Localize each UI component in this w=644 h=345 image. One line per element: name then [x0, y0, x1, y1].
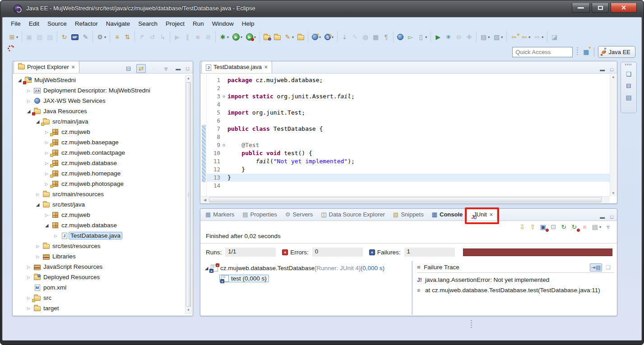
pause-icon[interactable]: ∥ — [183, 33, 192, 41]
new-wizard-icon[interactable]: ⊞▾ — [8, 33, 19, 41]
status-area-grip[interactable] — [471, 320, 472, 329]
failure-trace-line[interactable]: ≡at cz.mujweb.database.TestDatabase.test… — [417, 285, 614, 295]
expand-arrow-icon[interactable]: ▷ — [33, 192, 42, 197]
close-editor-icon[interactable]: × — [264, 64, 268, 70]
expand-arrow-icon[interactable]: ▷ — [24, 306, 33, 311]
expand-arrow-icon[interactable]: ▷ — [51, 234, 60, 238]
menu-project[interactable]: Project — [162, 18, 189, 29]
tree-item-javascript-resources[interactable]: ▷JavaScript Resources — [14, 262, 185, 272]
close-view-icon[interactable]: × — [71, 64, 74, 70]
menu-refactor[interactable]: Refactor — [71, 18, 102, 29]
save-all-icon[interactable]: ▥ — [35, 33, 44, 41]
debug-icon[interactable]: ✱▾ — [218, 33, 230, 41]
menu-edit[interactable]: Edit — [25, 18, 43, 29]
maven-build-icon[interactable]: MP — [70, 33, 79, 41]
expand-arrow-icon[interactable]: ▷ — [24, 275, 33, 280]
editor-horizontal-scrollbar[interactable]: ◀ — [201, 196, 610, 203]
close-window-button[interactable]: ✕ — [611, 3, 637, 13]
synchronize-icon[interactable]: ⇅ — [123, 33, 132, 41]
tab-data-source-explorer[interactable]: ◫Data Source Explorer — [317, 208, 389, 221]
pin-editor-icon[interactable]: ◪ — [550, 33, 559, 41]
rerun-failed-first-icon[interactable]: ↻ — [570, 223, 579, 231]
scroll-up-icon[interactable]: ▲ — [185, 75, 191, 82]
minimize-window-button[interactable] — [572, 3, 590, 13]
expand-arrow-icon[interactable]: ▷ — [42, 213, 51, 217]
expand-arrow-icon[interactable]: ▷ — [24, 88, 33, 93]
menu-window[interactable]: Window — [208, 18, 238, 29]
code-editor[interactable]: 1package cz.mujweb.database;23⊖import st… — [201, 74, 610, 196]
fold-collapse-icon[interactable]: ⊖ — [220, 92, 227, 101]
tab-console[interactable]: ▥Console — [428, 208, 467, 221]
scroll-down-icon[interactable]: ▼ — [610, 191, 616, 195]
minimize-view-icon[interactable]: ▬ — [175, 65, 181, 72]
next-failure-icon[interactable]: ⇩ — [518, 223, 527, 231]
tree-item-cz-mujweb-database[interactable]: ▷cz.mujweb.database — [14, 158, 185, 168]
minimize-view-icon[interactable]: ▬ — [599, 213, 606, 221]
open-task-icon[interactable]: ≡ — [113, 33, 121, 41]
menu-source[interactable]: Source — [43, 18, 71, 29]
print-icon[interactable]: ▤ — [46, 33, 54, 41]
tree-item-cz-mujweb[interactable]: ▷cz.mujweb — [14, 210, 185, 220]
toggle-annotations-icon[interactable]: ✎ — [81, 33, 90, 41]
tree-item-cz-mujweb-database[interactable]: ◢cz.mujweb.database — [14, 220, 185, 230]
tree-item-jax-ws-web-services[interactable]: ▷JAX-WS Web Services — [14, 96, 185, 106]
fold-collapse-icon[interactable]: ⊖ — [220, 141, 227, 149]
redo-nav-icon[interactable]: ↳ — [158, 33, 167, 41]
expand-arrow-icon[interactable]: ▷ — [24, 99, 33, 103]
tab-servers[interactable]: ⚙Servers — [281, 208, 317, 221]
outline-view-icon[interactable]: ⊟ — [626, 82, 631, 89]
forward-history-icon[interactable]: ⇨▾ — [533, 33, 544, 41]
start-server-icon[interactable]: ▶ — [434, 33, 442, 41]
collapse-arrow-icon[interactable]: ◢ — [42, 223, 51, 228]
scroll-lock-icon[interactable]: ⊡ — [549, 223, 558, 231]
resume-icon[interactable]: ▶ — [173, 33, 181, 41]
junit-test-row[interactable]: × test (0,000 s) — [202, 273, 410, 284]
pilcrow-icon[interactable]: ¶ — [382, 33, 390, 41]
tree-item-cz-mujweb-homepage[interactable]: ▷cz.mujweb.homepage — [14, 168, 185, 179]
tab-properties[interactable]: ▤Properties — [238, 208, 281, 221]
suspend-icon[interactable]: ⊖ — [454, 33, 463, 41]
web-browser-icon[interactable] — [396, 33, 404, 41]
perspective-java-ee-button[interactable]: Java EE — [598, 46, 635, 58]
open-folder-icon[interactable] — [273, 33, 282, 41]
tree-item-cz-mujweb-contactpage[interactable]: ▷cz.mujweb.contactpage — [14, 147, 185, 158]
tree-item-src-main-resources[interactable]: ▷src/main/resources — [14, 189, 185, 199]
refresh-publish-icon[interactable]: ↻ — [60, 33, 69, 41]
compare-result-icon[interactable]: ❏ — [605, 264, 612, 271]
tree-item-deployed-resources[interactable]: ▷Deployed Resources — [14, 272, 185, 282]
terminate-icon[interactable]: ■ — [194, 33, 202, 41]
preferences-gears-icon[interactable]: ⚙▾ — [96, 33, 107, 41]
restore-view-icon[interactable]: ❏ — [626, 70, 632, 78]
link-with-editor-icon[interactable]: ⇄ — [136, 64, 146, 73]
tree-item-src-main-java[interactable]: ◢src/main/java — [14, 116, 185, 127]
sash-vertical[interactable] — [412, 261, 413, 315]
maximize-editor-icon[interactable]: □ — [609, 66, 614, 73]
expand-arrow-icon[interactable]: ▷ — [33, 254, 42, 259]
back-to-last-edit-icon[interactable]: ⇦✦ — [510, 33, 518, 41]
tree-item-cz-mujweb-photospage[interactable]: ▷cz.mujweb.photospage — [14, 179, 185, 189]
undo-nav-icon[interactable]: ↺ — [148, 33, 157, 41]
tree-item-src-test-resources[interactable]: ▷src/test/resources — [14, 241, 185, 251]
tree-item-src-test-java[interactable]: ◢src/test/java — [14, 199, 185, 210]
mark-occurrences-icon[interactable]: ▤▾ — [479, 33, 491, 41]
menu-navigate[interactable]: Navigate — [102, 18, 134, 29]
tab-junit[interactable]: JUJUnit× — [467, 208, 497, 221]
new-launch-config-icon[interactable]: ✳ — [444, 33, 453, 41]
failure-trace-line[interactable]: J!java.lang.AssertionError: Not yet impl… — [417, 275, 614, 285]
tree-item-cz-mujweb-basepage[interactable]: ▷cz.mujweb.basepage — [14, 137, 185, 147]
collapse-all-icon[interactable]: ⊟ — [124, 64, 133, 73]
disconnect-icon[interactable]: ⊘ — [204, 33, 213, 41]
task-list-view-icon[interactable]: ▤ — [625, 94, 631, 101]
import-folder-icon[interactable] — [297, 33, 305, 41]
new-web-project-icon[interactable]: ✦▾ — [311, 33, 322, 41]
external-tools-icon[interactable]: ◎ — [361, 33, 370, 41]
run-on-server-icon[interactable]: ▻ — [406, 33, 415, 41]
tree-item-src[interactable]: ▷src — [14, 293, 185, 303]
link-artifacts-icon[interactable]: ▧▾ — [492, 33, 504, 41]
tree-item-mujwebstredni[interactable]: ◢MujWebStredni — [14, 75, 185, 85]
expand-arrow-icon[interactable]: ▷ — [33, 244, 42, 248]
drag-handle[interactable] — [625, 64, 632, 65]
tree-item-libraries[interactable]: ▷Libraries — [14, 251, 185, 262]
show-failures-only-icon[interactable]: ▣ — [539, 223, 547, 231]
test-hierarchy-icon[interactable]: ▤▾ — [591, 223, 602, 231]
